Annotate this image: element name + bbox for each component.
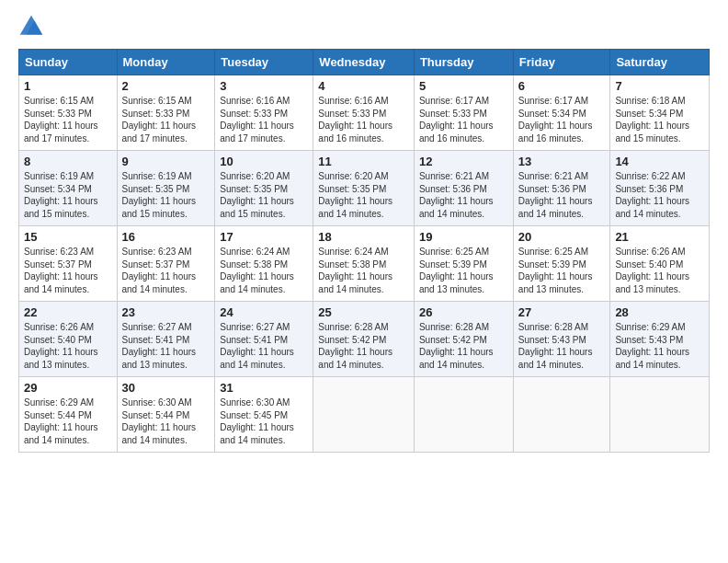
day-info: Sunrise: 6:27 AM Sunset: 5:41 PM Dayligh… xyxy=(122,321,210,371)
calendar-cell: 12 Sunrise: 6:21 AM Sunset: 5:36 PM Dayl… xyxy=(414,151,513,226)
calendar-week-row: 8 Sunrise: 6:19 AM Sunset: 5:34 PM Dayli… xyxy=(19,151,710,226)
col-saturday: Saturday xyxy=(610,50,710,75)
day-number: 7 xyxy=(615,79,704,93)
page: Sunday Monday Tuesday Wednesday Thursday… xyxy=(0,0,728,563)
day-number: 15 xyxy=(24,230,112,244)
day-info: Sunrise: 6:19 AM Sunset: 5:34 PM Dayligh… xyxy=(24,170,112,220)
day-number: 8 xyxy=(24,155,112,168)
calendar-cell: 14 Sunrise: 6:22 AM Sunset: 5:36 PM Dayl… xyxy=(610,151,710,226)
day-info: Sunrise: 6:23 AM Sunset: 5:37 PM Dayligh… xyxy=(24,246,112,295)
calendar-week-row: 1 Sunrise: 6:15 AM Sunset: 5:33 PM Dayli… xyxy=(19,75,710,151)
calendar-cell: 4 Sunrise: 6:16 AM Sunset: 5:33 PM Dayli… xyxy=(313,75,415,151)
day-number: 27 xyxy=(518,305,606,319)
day-number: 20 xyxy=(518,230,606,244)
day-info: Sunrise: 6:21 AM Sunset: 5:36 PM Dayligh… xyxy=(419,170,508,220)
day-number: 29 xyxy=(24,381,112,395)
day-number: 30 xyxy=(122,381,210,395)
calendar-cell: 16 Sunrise: 6:23 AM Sunset: 5:37 PM Dayl… xyxy=(117,226,215,302)
day-info: Sunrise: 6:25 AM Sunset: 5:39 PM Dayligh… xyxy=(518,246,606,295)
day-number: 14 xyxy=(615,155,704,168)
calendar-header-row: Sunday Monday Tuesday Wednesday Thursday… xyxy=(19,50,710,75)
calendar-cell: 15 Sunrise: 6:23 AM Sunset: 5:37 PM Dayl… xyxy=(19,226,118,302)
day-number: 31 xyxy=(220,381,308,395)
day-info: Sunrise: 6:27 AM Sunset: 5:41 PM Dayligh… xyxy=(220,321,308,371)
day-info: Sunrise: 6:20 AM Sunset: 5:35 PM Dayligh… xyxy=(220,170,308,220)
day-info: Sunrise: 6:28 AM Sunset: 5:43 PM Dayligh… xyxy=(518,321,606,371)
day-info: Sunrise: 6:29 AM Sunset: 5:43 PM Dayligh… xyxy=(615,321,704,371)
calendar-cell: 17 Sunrise: 6:24 AM Sunset: 5:38 PM Dayl… xyxy=(215,226,313,302)
day-info: Sunrise: 6:17 AM Sunset: 5:34 PM Dayligh… xyxy=(518,95,606,144)
day-info: Sunrise: 6:17 AM Sunset: 5:33 PM Dayligh… xyxy=(419,95,508,144)
calendar-week-row: 22 Sunrise: 6:26 AM Sunset: 5:40 PM Dayl… xyxy=(19,302,710,377)
day-info: Sunrise: 6:15 AM Sunset: 5:33 PM Dayligh… xyxy=(122,95,210,144)
day-number: 21 xyxy=(615,230,704,244)
day-info: Sunrise: 6:28 AM Sunset: 5:42 PM Dayligh… xyxy=(419,321,508,371)
calendar-cell: 22 Sunrise: 6:26 AM Sunset: 5:40 PM Dayl… xyxy=(19,302,118,377)
calendar-cell: 31 Sunrise: 6:30 AM Sunset: 5:45 PM Dayl… xyxy=(215,377,313,453)
day-number: 23 xyxy=(122,305,210,319)
day-number: 4 xyxy=(318,79,409,93)
day-number: 18 xyxy=(318,230,409,244)
day-info: Sunrise: 6:30 AM Sunset: 5:45 PM Dayligh… xyxy=(220,396,308,446)
calendar-cell xyxy=(313,377,415,453)
day-number: 6 xyxy=(518,79,606,93)
day-number: 19 xyxy=(419,230,508,244)
day-info: Sunrise: 6:20 AM Sunset: 5:35 PM Dayligh… xyxy=(318,170,409,220)
calendar-cell: 19 Sunrise: 6:25 AM Sunset: 5:39 PM Dayl… xyxy=(414,226,513,302)
calendar-week-row: 29 Sunrise: 6:29 AM Sunset: 5:44 PM Dayl… xyxy=(19,377,710,453)
calendar-cell: 30 Sunrise: 6:30 AM Sunset: 5:44 PM Dayl… xyxy=(117,377,215,453)
day-info: Sunrise: 6:26 AM Sunset: 5:40 PM Dayligh… xyxy=(615,246,704,295)
logo xyxy=(18,14,48,40)
calendar-cell: 2 Sunrise: 6:15 AM Sunset: 5:33 PM Dayli… xyxy=(117,75,215,151)
day-info: Sunrise: 6:24 AM Sunset: 5:38 PM Dayligh… xyxy=(318,246,409,295)
calendar-table: Sunday Monday Tuesday Wednesday Thursday… xyxy=(18,49,710,453)
calendar-cell: 24 Sunrise: 6:27 AM Sunset: 5:41 PM Dayl… xyxy=(215,302,313,377)
day-number: 16 xyxy=(122,230,210,244)
calendar-cell: 28 Sunrise: 6:29 AM Sunset: 5:43 PM Dayl… xyxy=(610,302,710,377)
day-number: 13 xyxy=(518,155,606,168)
day-number: 22 xyxy=(24,305,112,319)
col-wednesday: Wednesday xyxy=(313,50,415,75)
day-number: 3 xyxy=(220,79,308,93)
day-number: 17 xyxy=(220,230,308,244)
calendar-cell: 13 Sunrise: 6:21 AM Sunset: 5:36 PM Dayl… xyxy=(513,151,610,226)
col-friday: Friday xyxy=(513,50,610,75)
calendar-cell: 25 Sunrise: 6:28 AM Sunset: 5:42 PM Dayl… xyxy=(313,302,415,377)
col-sunday: Sunday xyxy=(19,50,118,75)
day-info: Sunrise: 6:15 AM Sunset: 5:33 PM Dayligh… xyxy=(24,95,112,144)
day-number: 2 xyxy=(122,79,210,93)
day-number: 9 xyxy=(122,155,210,168)
logo-icon xyxy=(18,14,44,40)
day-number: 10 xyxy=(220,155,308,168)
day-number: 26 xyxy=(419,305,508,319)
calendar-cell: 7 Sunrise: 6:18 AM Sunset: 5:34 PM Dayli… xyxy=(610,75,710,151)
calendar-cell: 21 Sunrise: 6:26 AM Sunset: 5:40 PM Dayl… xyxy=(610,226,710,302)
day-info: Sunrise: 6:26 AM Sunset: 5:40 PM Dayligh… xyxy=(24,321,112,371)
day-number: 12 xyxy=(419,155,508,168)
calendar-cell: 29 Sunrise: 6:29 AM Sunset: 5:44 PM Dayl… xyxy=(19,377,118,453)
day-info: Sunrise: 6:28 AM Sunset: 5:42 PM Dayligh… xyxy=(318,321,409,371)
day-info: Sunrise: 6:24 AM Sunset: 5:38 PM Dayligh… xyxy=(220,246,308,295)
calendar-cell xyxy=(513,377,610,453)
calendar-cell: 10 Sunrise: 6:20 AM Sunset: 5:35 PM Dayl… xyxy=(215,151,313,226)
col-tuesday: Tuesday xyxy=(215,50,313,75)
calendar-cell: 6 Sunrise: 6:17 AM Sunset: 5:34 PM Dayli… xyxy=(513,75,610,151)
header xyxy=(18,14,710,40)
col-monday: Monday xyxy=(117,50,215,75)
calendar-cell: 11 Sunrise: 6:20 AM Sunset: 5:35 PM Dayl… xyxy=(313,151,415,226)
day-number: 25 xyxy=(318,305,409,319)
day-info: Sunrise: 6:16 AM Sunset: 5:33 PM Dayligh… xyxy=(220,95,308,144)
day-number: 1 xyxy=(24,79,112,93)
day-info: Sunrise: 6:23 AM Sunset: 5:37 PM Dayligh… xyxy=(122,246,210,295)
calendar-cell: 3 Sunrise: 6:16 AM Sunset: 5:33 PM Dayli… xyxy=(215,75,313,151)
calendar-cell: 23 Sunrise: 6:27 AM Sunset: 5:41 PM Dayl… xyxy=(117,302,215,377)
calendar-cell: 9 Sunrise: 6:19 AM Sunset: 5:35 PM Dayli… xyxy=(117,151,215,226)
calendar-week-row: 15 Sunrise: 6:23 AM Sunset: 5:37 PM Dayl… xyxy=(19,226,710,302)
calendar-cell xyxy=(610,377,710,453)
calendar-cell: 5 Sunrise: 6:17 AM Sunset: 5:33 PM Dayli… xyxy=(414,75,513,151)
calendar-cell: 26 Sunrise: 6:28 AM Sunset: 5:42 PM Dayl… xyxy=(414,302,513,377)
day-info: Sunrise: 6:30 AM Sunset: 5:44 PM Dayligh… xyxy=(122,396,210,446)
calendar-cell: 27 Sunrise: 6:28 AM Sunset: 5:43 PM Dayl… xyxy=(513,302,610,377)
day-info: Sunrise: 6:25 AM Sunset: 5:39 PM Dayligh… xyxy=(419,246,508,295)
calendar-cell xyxy=(414,377,513,453)
